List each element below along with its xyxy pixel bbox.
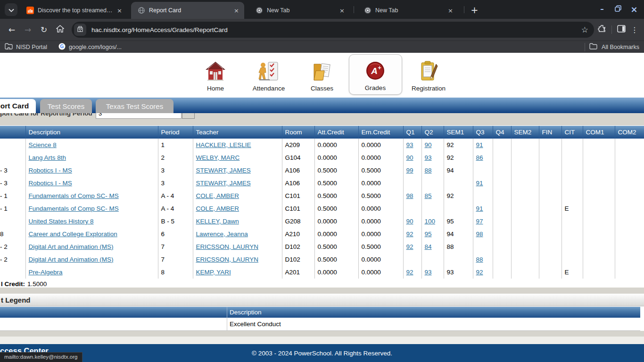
teacher-link: ERICSSON, LAURYN bbox=[193, 253, 282, 266]
bookmark-star-icon[interactable]: ☆ bbox=[580, 25, 589, 34]
grade-q3[interactable]: 91 bbox=[476, 141, 483, 148]
subtab-report-card[interactable]: ort Card bbox=[0, 99, 36, 113]
teacher-link[interactable]: STEWART, JAMES bbox=[196, 180, 251, 187]
grade-q3[interactable]: 91 bbox=[476, 205, 483, 212]
att-credit-cell: 0.0000 bbox=[314, 139, 358, 151]
ern-credit-cell: 0.0000 bbox=[358, 139, 403, 151]
period-cell: 6 bbox=[158, 228, 193, 240]
close-window-button[interactable]: × bbox=[628, 3, 640, 15]
reload-button[interactable]: ↻ bbox=[36, 22, 52, 38]
grade-q2: 85 bbox=[421, 189, 444, 202]
teacher-link[interactable]: HACKLER, LESLIE bbox=[196, 141, 251, 148]
tab-strip: Discover the top streamed mus × Report C… bbox=[0, 0, 644, 19]
period-cell: 7 bbox=[158, 240, 193, 253]
all-bookmarks-button[interactable]: All Bookmarks bbox=[585, 43, 639, 51]
nav-item-attendance[interactable]: Attendance bbox=[242, 54, 296, 95]
grade-q3[interactable]: 91 bbox=[476, 180, 483, 187]
browser-tab-new-tab-2[interactable]: New Tab × bbox=[357, 2, 458, 19]
grade-q2[interactable]: 100 bbox=[425, 218, 436, 225]
teacher-link[interactable]: STEWART, JAMES bbox=[196, 167, 251, 174]
course-link[interactable]: Robotics I - MS bbox=[29, 180, 72, 187]
restore-button[interactable] bbox=[612, 3, 624, 15]
nav-item-registration[interactable]: Registration bbox=[402, 54, 455, 95]
tab-close-icon[interactable]: × bbox=[446, 7, 454, 15]
grade-q3[interactable]: 97 bbox=[476, 218, 483, 225]
forward-button[interactable]: → bbox=[20, 22, 36, 38]
bookmark-nisd-portal[interactable]: NISD Portal bbox=[5, 43, 47, 51]
teacher-link[interactable]: ERICSSON, LAURYN bbox=[196, 243, 259, 250]
browser-tab-soundcloud[interactable]: Discover the top streamed mus × bbox=[20, 2, 127, 19]
teacher-link[interactable]: COLE, AMBER bbox=[196, 205, 239, 212]
grade-q4 bbox=[493, 266, 511, 279]
teacher-link[interactable]: COLE, AMBER bbox=[196, 192, 239, 199]
grade-q2[interactable]: 90 bbox=[425, 141, 432, 148]
grade-q2[interactable]: 95 bbox=[425, 230, 432, 238]
grade-q1[interactable]: 90 bbox=[406, 154, 413, 161]
nav-item-grades[interactable]: A+ Grades bbox=[349, 54, 402, 95]
course-link[interactable]: United States History 8 bbox=[29, 218, 94, 225]
divider-band bbox=[0, 337, 644, 344]
ern-credit-cell: 0.0000 bbox=[358, 202, 403, 215]
bookmark-google-logos[interactable]: G google.com/logos/... bbox=[58, 43, 122, 51]
teacher-link[interactable]: Lawrence, Jeanna bbox=[196, 230, 248, 238]
grade-q1[interactable]: 92 bbox=[406, 243, 413, 250]
grade-q1[interactable]: 92 bbox=[406, 269, 413, 276]
url-text[interactable]: hac.nisdtx.org/HomeAccess/Grades/ReportC… bbox=[91, 26, 580, 33]
grade-q2[interactable]: 84 bbox=[425, 243, 432, 250]
toolbar-separator bbox=[611, 25, 612, 34]
course-link[interactable]: Digital Art and Animation (MS) bbox=[29, 243, 114, 250]
comment1 bbox=[583, 189, 615, 202]
tab-search-button[interactable] bbox=[5, 3, 17, 16]
nav-item-home[interactable]: Home bbox=[189, 54, 242, 95]
grade-q3: 98 bbox=[473, 228, 493, 240]
grade-q1[interactable]: 92 bbox=[406, 230, 413, 238]
attendance-nav-icon bbox=[257, 60, 281, 83]
extensions-button[interactable] bbox=[598, 25, 606, 35]
period-cell: 7 bbox=[158, 253, 193, 266]
grade-q2[interactable]: 88 bbox=[425, 167, 432, 174]
subtab-test-scores[interactable]: Test Scores bbox=[40, 99, 92, 113]
course-link[interactable]: Digital Art and Animation (MS) bbox=[29, 256, 114, 263]
grade-q1[interactable]: 90 bbox=[406, 218, 413, 225]
grade-q2[interactable]: 85 bbox=[425, 192, 432, 199]
course-link[interactable]: Science 8 bbox=[29, 141, 57, 148]
teacher-link[interactable]: ERICSSON, LAURYN bbox=[196, 256, 259, 263]
grade-q1[interactable]: 99 bbox=[406, 167, 413, 174]
minimize-button[interactable]: – bbox=[596, 3, 608, 15]
course-link[interactable]: Career and College Exploration bbox=[29, 230, 117, 238]
grade-q2[interactable]: 93 bbox=[425, 269, 432, 276]
site-info-button[interactable] bbox=[74, 24, 86, 36]
teacher-link[interactable]: KEMP, YARI bbox=[196, 269, 231, 276]
new-tab-button[interactable]: + bbox=[469, 4, 480, 16]
grade-q3[interactable]: 92 bbox=[476, 269, 483, 276]
side-panel-button[interactable] bbox=[617, 25, 626, 34]
grade-q3[interactable]: 86 bbox=[476, 154, 483, 161]
course-link[interactable]: Fundamentals of Comp SC- MS bbox=[29, 192, 119, 199]
tab-close-icon[interactable]: × bbox=[116, 7, 124, 15]
nav-item-classes[interactable]: Classes bbox=[296, 54, 349, 95]
course-link[interactable]: Fundamentals of Comp SC- MS bbox=[29, 205, 119, 212]
teacher-link[interactable]: WELBY, MARC bbox=[196, 154, 240, 161]
grade-q2: 100 bbox=[421, 215, 444, 228]
tab-title: New Tab bbox=[375, 7, 444, 14]
grade-q1[interactable]: 93 bbox=[406, 141, 413, 148]
grade-q2[interactable]: 93 bbox=[425, 154, 432, 161]
browser-tab-report-card[interactable]: Report Card × bbox=[131, 2, 244, 19]
back-button[interactable]: ← bbox=[4, 22, 20, 38]
tab-close-icon[interactable]: × bbox=[338, 7, 346, 15]
menu-kebab-icon[interactable]: ⋮ bbox=[631, 25, 638, 34]
tab-close-icon[interactable]: × bbox=[232, 7, 240, 15]
course-link[interactable]: Lang Arts 8th bbox=[29, 154, 66, 161]
course-link[interactable]: Pre-Algebra bbox=[29, 269, 63, 276]
browser-tab-new-tab-1[interactable]: New Tab × bbox=[249, 2, 350, 19]
course-link[interactable]: Robotics I - MS bbox=[29, 167, 72, 174]
grade-q3[interactable]: 98 bbox=[476, 230, 483, 238]
grade-q1 bbox=[403, 253, 421, 266]
subtab-texas-test-scores[interactable]: Texas Test Scores bbox=[96, 99, 173, 113]
teacher-link[interactable]: KELLEY, Dawn bbox=[196, 218, 239, 225]
grade-q3[interactable]: 88 bbox=[476, 256, 483, 263]
home-button[interactable] bbox=[52, 22, 68, 38]
grade-q1[interactable]: 98 bbox=[406, 192, 413, 199]
conduct-cit bbox=[561, 240, 583, 253]
address-bar[interactable]: hac.nisdtx.org/HomeAccess/Grades/ReportC… bbox=[72, 22, 594, 38]
